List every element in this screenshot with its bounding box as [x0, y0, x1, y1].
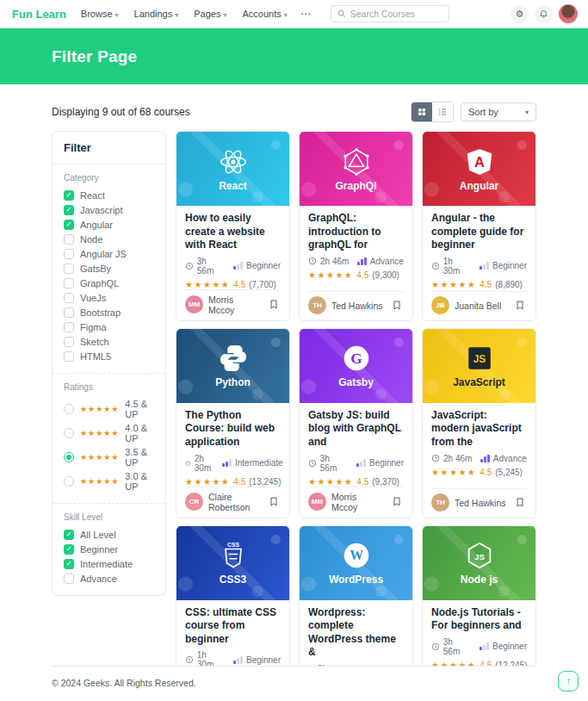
search-input[interactable]	[350, 9, 443, 19]
notifications-button[interactable]	[535, 5, 553, 23]
skill-level: Beginner	[480, 261, 527, 270]
rating: ★★★★★ 4.5 (5,245)	[431, 468, 527, 477]
settings-button[interactable]: ⚙	[511, 5, 529, 23]
course-title[interactable]: The Python Course: build web application	[185, 409, 281, 450]
brand-logo[interactable]: Fun Learn	[12, 8, 66, 21]
filter-title: Filter	[53, 132, 165, 164]
filter-checkbox-row[interactable]: Sketch	[64, 336, 154, 347]
radio-button[interactable]	[64, 428, 74, 438]
bookmark-button[interactable]	[390, 494, 404, 509]
filter-rating-row[interactable]: ★★★★★ 4.5 & UP	[64, 399, 154, 419]
nav-menu-item[interactable]: Browse	[75, 5, 125, 22]
filter-section-category: Category React Javascript Angular Node A…	[53, 164, 165, 373]
filter-checkbox-row[interactable]: GraphQL	[64, 277, 154, 288]
checkbox[interactable]	[64, 322, 74, 332]
filter-checkbox-row[interactable]: HTML5	[64, 350, 154, 362]
filter-rating-row[interactable]: ★★★★★ 3.5 & UP	[64, 447, 154, 468]
duration: 2h 30m	[185, 454, 214, 473]
stars-icon: ★★★★★	[431, 468, 476, 477]
sort-dropdown[interactable]: Sort by ▾	[461, 102, 536, 121]
course-title[interactable]: GraphQL: introduction to graphQL for	[308, 212, 404, 252]
course-cover[interactable]: Node js	[423, 526, 535, 600]
filter-rating-row[interactable]: ★★★★★ 4.0 & UP	[64, 423, 154, 444]
stars-icon: ★★★★★	[431, 280, 476, 289]
stars-icon: ★★★★★	[185, 477, 230, 487]
course-cover[interactable]: React	[176, 132, 289, 206]
course-card: Gatsby Gatsby JS: build blog with GraphQ…	[299, 328, 413, 518]
checkbox[interactable]	[64, 249, 74, 259]
filter-checkbox-row[interactable]: Bootstrap	[64, 307, 154, 318]
checkbox[interactable]	[64, 574, 74, 584]
filter-checkbox-row[interactable]: All Level	[64, 529, 154, 540]
course-cover[interactable]: Python	[176, 329, 289, 403]
checkbox[interactable]	[64, 544, 74, 555]
grid-view-button[interactable]	[412, 102, 432, 121]
radio-button[interactable]	[64, 452, 74, 462]
checkbox[interactable]	[64, 351, 74, 362]
clock-icon	[185, 655, 194, 664]
footer: © 2024 Geeks. All Rights Reserved.	[52, 666, 536, 701]
filter-sidebar: Filter Category React Javascript Angular…	[52, 131, 166, 596]
checkbox[interactable]	[64, 264, 74, 274]
course-title[interactable]: Node.js Tutorials - For beginners and	[431, 606, 527, 633]
filter-checkbox-row[interactable]: Node	[64, 233, 154, 245]
bookmark-button[interactable]	[513, 495, 527, 510]
nav-menu-item[interactable]: Accounts	[236, 5, 293, 22]
checkbox[interactable]	[64, 205, 74, 215]
course-title[interactable]: Angular - the complete guide for beginne…	[431, 212, 527, 252]
course-cover[interactable]: CSS3	[176, 526, 289, 600]
filter-checkbox-row[interactable]: Javascript	[64, 204, 154, 215]
course-title[interactable]: JavaScript: modern javaScript from the	[431, 409, 527, 450]
checkbox[interactable]	[64, 220, 74, 230]
checkbox[interactable]	[64, 278, 74, 288]
arrow-up-icon: ↑	[566, 676, 571, 686]
filter-checkbox-row[interactable]: Beginner	[64, 543, 154, 555]
course-title[interactable]: CSS: ultimate CSS course from beginner	[185, 606, 281, 647]
chevron-down-icon	[115, 9, 119, 19]
course-cover[interactable]: JavaScript	[423, 329, 535, 403]
bookmark-button[interactable]	[390, 298, 404, 313]
filter-checkbox-row[interactable]: Angular	[64, 219, 154, 230]
nav-menu-item[interactable]: Pages	[188, 5, 232, 22]
checkbox[interactable]	[64, 307, 74, 318]
radio-button[interactable]	[64, 404, 74, 414]
course-cover[interactable]: Angular	[423, 132, 535, 206]
checkbox[interactable]	[64, 530, 74, 540]
clock-icon	[308, 459, 317, 468]
filter-checkbox-row[interactable]: React	[64, 189, 154, 201]
bookmark-button[interactable]	[513, 298, 527, 313]
course-card: React How to easily create a website wit…	[176, 131, 290, 321]
list-view-button[interactable]	[432, 102, 453, 121]
course-title[interactable]: How to easily create a website with Reac…	[185, 212, 281, 252]
filter-checkbox-row[interactable]: Advance	[64, 573, 154, 584]
clock-icon	[185, 459, 191, 468]
user-avatar[interactable]	[559, 4, 578, 23]
checkbox[interactable]	[64, 234, 74, 245]
nav-menu-item[interactable]: Landings	[128, 5, 185, 22]
filter-checkbox-row[interactable]: VueJs	[64, 292, 154, 303]
filter-rating-row[interactable]: ★★★★★ 3.0 & UP	[64, 471, 154, 492]
filter-checkbox-row[interactable]: Figma	[64, 321, 154, 332]
course-cover[interactable]: Gatsby	[300, 329, 412, 403]
course-title[interactable]: Wordpress: complete WordPress theme &	[308, 606, 404, 660]
page-hero: Filter Page	[0, 28, 588, 84]
checkbox[interactable]	[64, 559, 74, 569]
checkbox[interactable]	[64, 190, 74, 201]
filter-checkbox-row[interactable]: Angular JS	[64, 248, 154, 259]
filter-checkbox-row[interactable]: GatsBy	[64, 263, 154, 274]
search-box	[331, 5, 449, 22]
bookmark-button[interactable]	[267, 297, 281, 312]
tech-icon	[341, 343, 372, 374]
level-bars-icon	[356, 459, 366, 467]
nav-more-button[interactable]: ⋯	[294, 6, 319, 22]
radio-button[interactable]	[64, 476, 74, 487]
bookmark-button[interactable]	[267, 494, 281, 509]
filter-checkbox-row[interactable]: Intermediate	[64, 558, 154, 569]
course-title[interactable]: Gatsby JS: build blog with GraphQL and	[308, 409, 404, 450]
course-cover[interactable]: WordPress	[300, 526, 412, 600]
checkbox[interactable]	[64, 293, 74, 303]
scroll-to-top-button[interactable]: ↑	[558, 671, 579, 692]
rating: ★★★★★ 4.5 (8,890)	[431, 280, 527, 289]
course-cover[interactable]: GraphQl	[300, 132, 412, 206]
checkbox[interactable]	[64, 337, 74, 347]
